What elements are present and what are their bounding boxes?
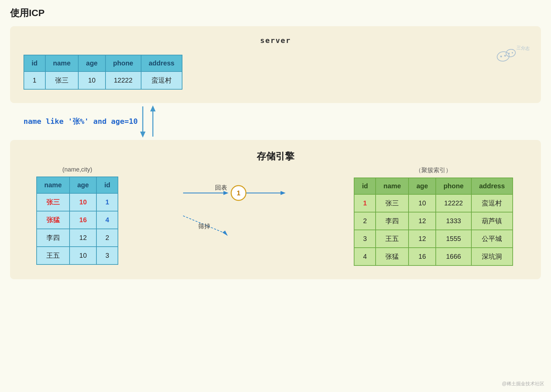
watermark: @稀土掘金技术社区 xyxy=(502,381,544,387)
index-col-age: age xyxy=(70,177,96,193)
cl-name-1: 张三 xyxy=(376,194,409,212)
server-cell-phone: 12222 xyxy=(105,71,141,89)
index-header-row: name age id xyxy=(37,177,118,193)
cl-name-2: 李四 xyxy=(376,212,409,230)
svg-text:筛掉: 筛掉 xyxy=(198,223,210,230)
cl-phone-2: 1333 xyxy=(436,212,471,230)
index-col-name: name xyxy=(37,177,70,193)
server-col-phone: phone xyxy=(105,55,141,71)
svg-marker-11 xyxy=(223,191,228,195)
cl-id-4: 4 xyxy=(354,248,376,265)
server-col-id: id xyxy=(24,55,45,71)
svg-text:1: 1 xyxy=(237,189,240,197)
index-label: (name,city) xyxy=(62,166,92,173)
wechat-doodle: 三分志 xyxy=(492,44,522,70)
idx-name-1: 张三 xyxy=(37,193,70,211)
idx-id-4: 3 xyxy=(96,247,118,264)
index-row-4: 王五 10 3 xyxy=(37,247,118,264)
svg-marker-15 xyxy=(281,191,286,195)
server-table: id name age phone address 1 张三 10 12222 … xyxy=(24,55,182,90)
cluster-col-name: name xyxy=(376,178,409,194)
cl-age-1: 10 xyxy=(409,194,435,212)
idx-age-4: 10 xyxy=(70,247,96,264)
cluster-header-row: id name age phone address xyxy=(354,178,512,194)
wechat-label: 三分志 xyxy=(516,45,529,52)
idx-name-2: 张猛 xyxy=(37,211,70,229)
cl-id-2: 2 xyxy=(354,212,376,230)
svg-point-5 xyxy=(512,52,513,54)
cluster-col-phone: phone xyxy=(436,178,471,194)
svg-marker-9 xyxy=(150,105,156,111)
index-row-2: 张猛 16 4 xyxy=(37,211,118,229)
cl-phone-3: 1555 xyxy=(436,230,471,248)
idx-age-3: 12 xyxy=(70,229,96,247)
cl-age-2: 12 xyxy=(409,212,435,230)
page-title: 使用ICP xyxy=(10,7,541,19)
index-row-1: 张三 10 1 xyxy=(37,193,118,211)
server-cell-name: 张三 xyxy=(45,71,78,89)
cl-name-4: 张猛 xyxy=(376,248,409,265)
idx-age-2: 16 xyxy=(70,211,96,229)
cl-address-4: 深坑洞 xyxy=(471,248,513,265)
storage-box: 存储引擎 (name,city) name age id 张三 xyxy=(10,140,541,279)
index-section: (name,city) name age id 张三 10 1 xyxy=(24,166,131,265)
server-box: server id name age phone address 1 张三 10… xyxy=(10,26,541,103)
query-label: name like '张%' and age=10 xyxy=(24,116,138,127)
cluster-label: （聚簇索引） xyxy=(415,166,452,174)
svg-point-1 xyxy=(500,55,502,57)
main-layout: 使用ICP server id name age phone address 1… xyxy=(10,7,541,279)
server-table-header-row: id name age phone address xyxy=(24,55,182,71)
svg-point-3 xyxy=(505,49,516,58)
cl-address-1: 蛮逗村 xyxy=(471,194,513,212)
svg-text:回表: 回表 xyxy=(215,184,227,191)
index-table: name age id 张三 10 1 张猛 16 xyxy=(36,177,119,265)
svg-point-2 xyxy=(504,55,506,57)
cluster-col-address: address xyxy=(471,178,513,194)
idx-age-1: 10 xyxy=(70,193,96,211)
server-col-age: age xyxy=(78,55,105,71)
svg-marker-7 xyxy=(140,132,145,138)
cl-phone-4: 1666 xyxy=(436,248,471,265)
svg-marker-18 xyxy=(222,231,228,236)
cluster-row-3: 3 王五 12 1555 公平城 xyxy=(354,230,512,248)
cl-id-3: 3 xyxy=(354,230,376,248)
cl-age-4: 16 xyxy=(409,248,435,265)
server-col-address: address xyxy=(141,55,182,71)
idx-id-3: 2 xyxy=(96,229,118,247)
cluster-row-1: 1 张三 10 12222 蛮逗村 xyxy=(354,194,512,212)
server-cell-id: 1 xyxy=(24,71,45,89)
between-section: name like '张%' and age=10 xyxy=(10,103,541,140)
idx-name-3: 李四 xyxy=(37,229,70,247)
index-row-3: 李四 12 2 xyxy=(37,229,118,247)
bidirectional-arrow xyxy=(139,105,160,140)
server-cell-age: 10 xyxy=(78,71,105,89)
cluster-col-id: id xyxy=(354,178,376,194)
cluster-section: （聚簇索引） id name age phone address 1 xyxy=(339,166,527,266)
cl-id-1: 1 xyxy=(354,194,376,212)
cluster-row-4: 4 张猛 16 1666 深坑洞 xyxy=(354,248,512,265)
cl-address-3: 公平城 xyxy=(471,230,513,248)
server-cell-address: 蛮逗村 xyxy=(141,71,182,89)
cl-address-2: 葫芦镇 xyxy=(471,212,513,230)
index-col-id: id xyxy=(96,177,118,193)
storage-row: (name,city) name age id 张三 10 1 xyxy=(24,166,527,266)
middle-arrows: 1 回表 筛掉 xyxy=(131,166,339,260)
idx-id-2: 4 xyxy=(96,211,118,229)
server-label: server xyxy=(24,36,527,45)
cl-phone-1: 12222 xyxy=(436,194,471,212)
cl-name-3: 王五 xyxy=(376,230,409,248)
idx-id-1: 1 xyxy=(96,193,118,211)
cluster-table: id name age phone address 1 张三 10 12222 xyxy=(354,178,513,266)
cluster-row-2: 2 李四 12 1333 葫芦镇 xyxy=(354,212,512,230)
cluster-col-age: age xyxy=(409,178,435,194)
idx-name-4: 王五 xyxy=(37,247,70,264)
storage-label: 存储引擎 xyxy=(24,150,527,163)
server-table-row: 1 张三 10 12222 蛮逗村 xyxy=(24,71,182,89)
cl-age-3: 12 xyxy=(409,230,435,248)
server-col-name: name xyxy=(45,55,78,71)
